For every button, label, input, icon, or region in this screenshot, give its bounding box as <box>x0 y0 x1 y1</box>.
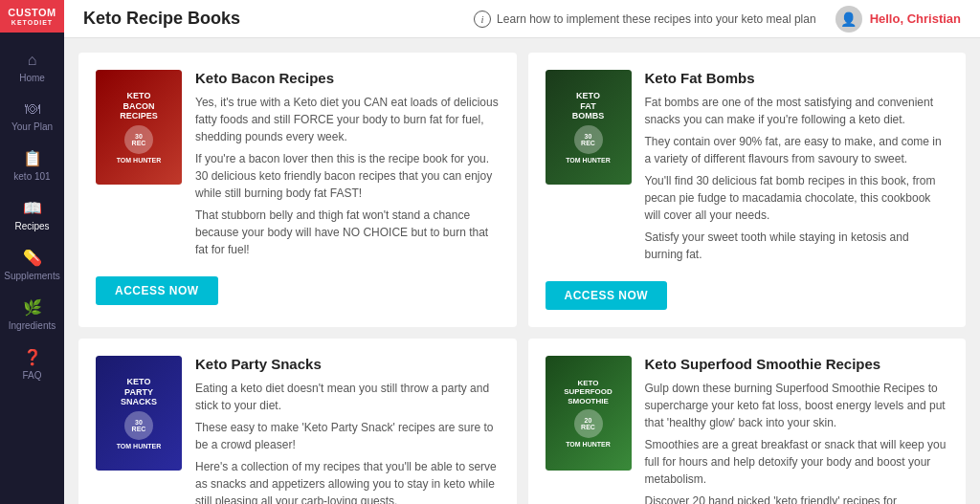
header-user: 👤 Hello, Christian <box>835 6 961 33</box>
access-now-bacon[interactable]: ACCESS NOW <box>96 276 218 305</box>
card-party-desc: Eating a keto diet doesn't mean you stil… <box>195 380 500 504</box>
header-greeting: Hello, Christian <box>870 11 961 26</box>
card-bacon: KETOBACONRECIPES 30REC TOM HUNTER Keto B… <box>78 53 517 327</box>
card-bacon-desc-1: Yes, it's true with a Keto diet you CAN … <box>195 94 500 145</box>
card-fatbombs-title: Keto Fat Bombs <box>645 70 949 86</box>
card-smoothie-body: Keto Superfood Smoothie Recipes Gulp dow… <box>645 356 949 504</box>
recipes-icon: 📖 <box>23 199 42 217</box>
sidebar-item-home[interactable]: ⌂ Home <box>0 42 64 91</box>
card-fatbombs-inner: KETOFATBOMBS 30REC TOM HUNTER Keto Fat B… <box>546 70 949 268</box>
info-icon: i <box>474 11 491 28</box>
cover-fatbombs-author: TOM HUNTER <box>566 157 611 164</box>
book-cover-smoothie: KETOSUPERFOODSMOOTHIE 20REC TOM HUNTER <box>546 356 632 471</box>
book-cover-party: KETOPARTYSNACKS 30REC TOM HUNTER <box>96 356 182 471</box>
header-info-text: Learn how to implement these recipes int… <box>497 12 816 26</box>
card-fatbombs-image: KETOFATBOMBS 30REC TOM HUNTER <box>546 70 632 185</box>
card-bacon-inner: KETOBACONRECIPES 30REC TOM HUNTER Keto B… <box>96 70 500 263</box>
card-smoothie-desc-1: Gulp down these burning Superfood Smooth… <box>645 380 949 431</box>
card-fatbombs-desc-1: Fat bombs are one of the most satisfying… <box>645 94 949 128</box>
book-cover-fatbombs: KETOFATBOMBS 30REC TOM HUNTER <box>546 70 632 185</box>
card-smoothie-image: KETOSUPERFOODSMOOTHIE 20REC TOM HUNTER <box>546 356 632 471</box>
card-party-inner: KETOPARTYSNACKS 30REC TOM HUNTER Keto Pa… <box>96 356 500 504</box>
sidebar-logo[interactable]: CUSTOM KETODIET <box>0 0 64 33</box>
card-party-image: KETOPARTYSNACKS 30REC TOM HUNTER <box>96 356 182 471</box>
card-bacon-body: Keto Bacon Recipes Yes, it's true with a… <box>195 70 500 263</box>
sidebar-label-home: Home <box>19 73 45 83</box>
username-text: Christian <box>907 11 961 26</box>
ingredients-icon: 🌿 <box>23 298 42 317</box>
card-fatbombs-desc: Fat bombs are one of the most satisfying… <box>645 94 949 263</box>
sidebar-label-ingredients: Ingredients <box>9 320 56 331</box>
card-smoothie-title: Keto Superfood Smoothie Recipes <box>645 356 949 372</box>
card-party-desc-3: Here's a collection of my recipes that y… <box>195 458 500 504</box>
card-party-body: Keto Party Snacks Eating a keto diet doe… <box>195 356 500 504</box>
cover-smoothie-author: TOM HUNTER <box>566 441 611 448</box>
keto101-icon: 📋 <box>23 149 42 167</box>
card-party: KETOPARTYSNACKS 30REC TOM HUNTER Keto Pa… <box>78 339 517 504</box>
sidebar-label-recipes: Recipes <box>14 221 49 231</box>
content-area: KETOBACONRECIPES 30REC TOM HUNTER Keto B… <box>64 38 980 504</box>
supplements-icon: 💊 <box>23 249 42 267</box>
home-icon: ⌂ <box>28 52 37 69</box>
cover-party-title: KETOPARTYSNACKS <box>121 377 157 407</box>
card-fatbombs: KETOFATBOMBS 30REC TOM HUNTER Keto Fat B… <box>528 53 967 327</box>
sidebar-item-your-plan[interactable]: 🍽 Your Plan <box>0 91 64 140</box>
sidebar-item-ingredients[interactable]: 🌿 Ingredients <box>0 289 64 339</box>
sidebar-navigation: ⌂ Home 🍽 Your Plan 📋 keto 101 📖 Recipes … <box>0 42 64 388</box>
card-bacon-title: Keto Bacon Recipes <box>195 70 500 86</box>
card-smoothie-inner: KETOSUPERFOODSMOOTHIE 20REC TOM HUNTER K… <box>546 356 949 504</box>
cover-smoothie-badge: 20REC <box>574 409 603 438</box>
cover-bacon-badge: 30REC <box>124 125 153 154</box>
cover-smoothie-title: KETOSUPERFOODSMOOTHIE <box>564 379 612 406</box>
access-now-fatbombs[interactable]: ACCESS NOW <box>546 281 668 310</box>
cover-party-author: TOM HUNTER <box>117 443 162 449</box>
logo-main-text: CUSTOM <box>8 7 56 18</box>
plan-icon: 🍽 <box>25 100 40 118</box>
card-bacon-image: KETOBACONRECIPES 30REC TOM HUNTER <box>96 70 182 185</box>
card-party-title: Keto Party Snacks <box>195 356 500 372</box>
sidebar-label-your-plan: Your Plan <box>11 121 53 132</box>
sidebar-label-supplements: Supplements <box>4 271 59 281</box>
card-party-desc-2: These easy to make 'Keto Party Snack' re… <box>195 419 500 453</box>
page-title: Keto Recipe Books <box>83 9 474 29</box>
card-fatbombs-desc-2: They contain over 90% fat, are easy to m… <box>645 133 949 167</box>
card-smoothie-desc-3: Discover 20 hand picked 'keto friendly' … <box>645 493 949 504</box>
logo-sub-text: KETODIET <box>11 19 53 26</box>
cover-bacon-title: KETOBACONRECIPES <box>120 91 158 121</box>
card-bacon-desc: Yes, it's true with a Keto diet you CAN … <box>195 94 500 258</box>
book-cover-bacon: KETOBACONRECIPES 30REC TOM HUNTER <box>96 70 182 185</box>
card-party-desc-1: Eating a keto diet doesn't mean you stil… <box>195 380 500 414</box>
card-fatbombs-desc-4: Satisfy your sweet tooth while staying i… <box>645 229 949 263</box>
sidebar-label-faq: FAQ <box>22 370 41 381</box>
sidebar-item-supplements[interactable]: 💊 Supplements <box>0 239 64 289</box>
faq-icon: ❓ <box>23 348 42 366</box>
card-bacon-desc-3: That stubborn belly and thigh fat won't … <box>195 207 500 258</box>
cover-bacon-author: TOM HUNTER <box>117 157 162 164</box>
cards-grid: KETOBACONRECIPES 30REC TOM HUNTER Keto B… <box>78 53 966 504</box>
sidebar-label-keto-101: keto 101 <box>13 171 50 182</box>
sidebar-item-keto-101[interactable]: 📋 keto 101 <box>0 140 64 189</box>
cover-party-badge: 30REC <box>124 411 153 440</box>
sidebar-item-recipes[interactable]: 📖 Recipes <box>0 189 64 239</box>
cover-fatbombs-title: KETOFATBOMBS <box>572 91 605 121</box>
cover-fatbombs-badge: 30REC <box>574 125 603 154</box>
card-bacon-desc-2: If you're a bacon lover then this is the… <box>195 150 500 202</box>
header: Keto Recipe Books i Learn how to impleme… <box>64 0 980 38</box>
card-fatbombs-desc-3: You'll find 30 delicious fat bomb recipe… <box>645 172 949 224</box>
sidebar-item-faq[interactable]: ❓ FAQ <box>0 339 64 388</box>
main-content: Keto Recipe Books i Learn how to impleme… <box>64 0 980 504</box>
header-info: i Learn how to implement these recipes i… <box>474 11 816 28</box>
card-smoothie-desc-2: Smoothies are a great breakfast or snack… <box>645 436 949 488</box>
avatar: 👤 <box>835 6 862 33</box>
card-smoothie: KETOSUPERFOODSMOOTHIE 20REC TOM HUNTER K… <box>528 339 967 504</box>
card-smoothie-desc: Gulp down these burning Superfood Smooth… <box>645 380 949 504</box>
sidebar: CUSTOM KETODIET ⌂ Home 🍽 Your Plan 📋 ket… <box>0 0 64 504</box>
card-fatbombs-body: Keto Fat Bombs Fat bombs are one of the … <box>645 70 949 268</box>
